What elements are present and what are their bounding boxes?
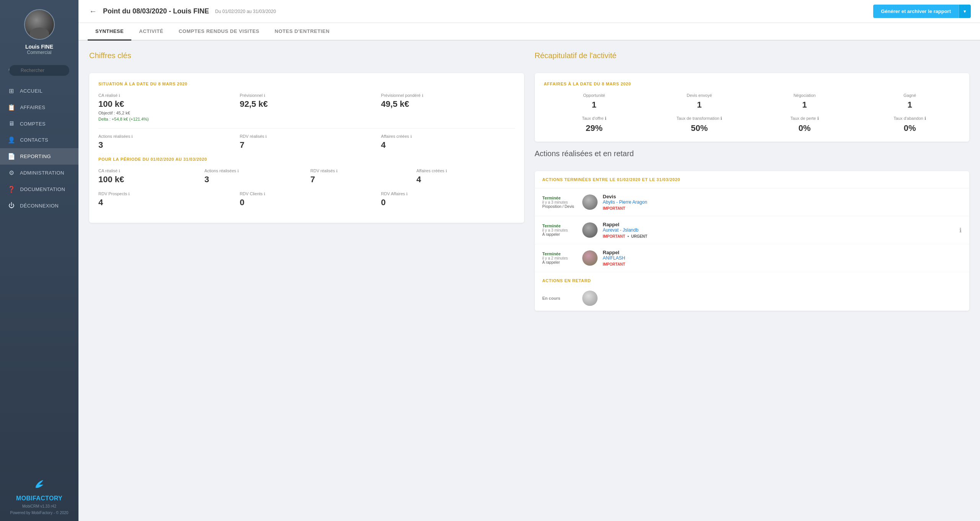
tab-comptes-rendus[interactable]: COMPTES RENDUS DE VISITES (171, 23, 267, 41)
affaires-creees-value: 4 (381, 140, 514, 150)
rdv-prospects-value: 4 (98, 198, 232, 207)
taux-abandon-col: Taux d'abandon ℹ 0% (859, 116, 960, 133)
action-type: Proposition / Devis (542, 204, 577, 209)
tabs-bar: SYNTHESE ACTIVITÉ COMPTES RENDUS DE VISI… (78, 23, 980, 41)
negociation-label: Négociation (754, 93, 855, 98)
period-actions-info-icon[interactable]: ℹ (237, 169, 239, 173)
sidebar: Louis FINE Commercial ⊞ ACCUEIL 📋 AFFAIR… (0, 0, 78, 521)
situation-card: SITUATION À LA DATE DU 8 MARS 2020 CA ré… (89, 73, 524, 223)
period-affaires-info-icon[interactable]: ℹ (446, 169, 447, 173)
period-metrics-row-1: CA réalisé ℹ 100 k€ Actions réalisées ℹ … (98, 168, 515, 185)
rdv-info-icon[interactable]: ℹ (265, 134, 267, 139)
documentation-icon: ❓ (8, 186, 15, 193)
affaires-creees-label: Affaires créées ℹ (381, 134, 514, 139)
taux-perte-info-icon[interactable]: ℹ (817, 116, 819, 121)
rdv-affaires-info-icon[interactable]: ℹ (406, 192, 408, 196)
previsionnel-metric: Prévisionnel ℹ 92,5 k€ (240, 93, 373, 121)
actions-card-header: ACTIONS TERMINÉES ENTRE LE 01/02/2020 ET… (535, 171, 970, 188)
main-header: ← Point du 08/03/2020 - Louis FINE Du 01… (78, 0, 980, 23)
action-status-col: Terminée il y a 3 minutes À rappeler (542, 224, 577, 237)
action-time: il y a 3 minutes (542, 200, 577, 204)
actions-section-title: Actions réalisées et en retard (535, 149, 970, 158)
action-title: Rappel (603, 250, 962, 255)
action-retard-status: En cours (542, 296, 577, 301)
tab-notes[interactable]: NOTES D'ENTRETIEN (267, 23, 337, 41)
action-info-button[interactable]: ℹ (959, 227, 962, 234)
opportunite-label: Opportunité (544, 93, 645, 98)
right-column: Récapitulatif de l'activité AFFAIRES À L… (535, 51, 970, 510)
rdv-clients-label: RDV Clients ℹ (240, 191, 373, 196)
affaires-info-icon[interactable]: ℹ (410, 134, 412, 139)
rdv-prospects-metric: RDV Prospects ℹ 4 (98, 191, 232, 207)
affaires-creees-metric: Affaires créées ℹ 4 (381, 134, 514, 150)
action-row: Terminée il y a 2 minutes À rappeler Rap… (535, 244, 970, 272)
prev-p-info-icon[interactable]: ℹ (422, 93, 423, 98)
taux-abandon-info-icon[interactable]: ℹ (924, 116, 926, 121)
action-retard-row: En cours (535, 286, 970, 311)
action-time: il y a 2 minutes (542, 256, 577, 260)
sidebar-item-reporting[interactable]: 📄 REPORTING (0, 148, 78, 165)
reporting-icon: 📄 (8, 153, 15, 160)
affaires-icon: 📋 (8, 104, 15, 111)
period-rdv-info-icon[interactable]: ℹ (336, 169, 338, 173)
prev-info-icon[interactable]: ℹ (264, 93, 265, 98)
sidebar-item-label: DOCUMENTATION (20, 186, 65, 192)
tag-important: IMPORTANT (603, 206, 626, 211)
rdv-clients-info-icon[interactable]: ℹ (264, 192, 265, 196)
sidebar-item-label: COMPTES (20, 121, 46, 127)
rdv-realises-metric: RDV réalisés ℹ 7 (240, 134, 373, 150)
affaires-card-label: AFFAIRES À LA DATE DU 8 MARS 2020 (544, 82, 960, 86)
sidebar-item-label: DÉCONNEXION (20, 203, 59, 209)
previsionnel-pondere-label: Prévisionnel pondéré ℹ (381, 93, 514, 98)
sidebar-item-administration[interactable]: ⚙ ADMINISTRATION (0, 165, 78, 181)
sidebar-item-accueil[interactable]: ⊞ ACCUEIL (0, 83, 78, 99)
action-status-col: Terminée il y a 2 minutes À rappeler (542, 252, 577, 265)
tag-urgent: URGENT (631, 234, 647, 238)
period-ca-info-icon[interactable]: ℹ (119, 169, 120, 173)
taux-offre-info-icon[interactable]: ℹ (605, 116, 606, 121)
period-rdv-metric: RDV réalisés ℹ 7 (310, 168, 409, 185)
generate-report-button[interactable]: Générer et archiver le rapport (873, 5, 959, 18)
tab-synthese[interactable]: SYNTHESE (88, 23, 131, 41)
back-button[interactable]: ← (88, 5, 98, 17)
generate-report-dropdown-button[interactable]: ▾ (959, 5, 971, 18)
ca-info-icon[interactable]: ℹ (119, 93, 120, 98)
sidebar-item-comptes[interactable]: 🖥 COMPTES (0, 116, 78, 132)
rdv-clients-value: 0 (240, 198, 373, 207)
period-rdv-value: 7 (310, 175, 409, 185)
actions-retard-title: ACTIONS EN RETARD (535, 272, 970, 286)
taux-abandon-label: Taux d'abandon ℹ (859, 116, 960, 121)
devis-envoye-value: 1 (649, 100, 750, 110)
sidebar-item-label: REPORTING (20, 154, 51, 159)
action-status: Terminée (542, 196, 577, 200)
taux-abandon-value: 0% (859, 123, 960, 133)
sidebar-item-affaires[interactable]: 📋 AFFAIRES (0, 99, 78, 116)
action-time: il y a 3 minutes (542, 228, 577, 232)
tab-activite[interactable]: ACTIVITÉ (131, 23, 171, 41)
sidebar-item-deconnexion[interactable]: ⏻ DÉCONNEXION (0, 198, 78, 214)
taux-transfo-col: Taux de transformation ℹ 50% (649, 116, 750, 133)
gagne-value: 1 (859, 100, 960, 110)
search-input[interactable] (9, 65, 69, 76)
period-rdv-label: RDV réalisés ℹ (310, 168, 409, 173)
sidebar-item-label: CONTACTS (20, 137, 48, 143)
sidebar-item-label: ADMINISTRATION (20, 170, 64, 176)
sidebar-item-documentation[interactable]: ❓ DOCUMENTATION (0, 181, 78, 198)
contacts-icon: 👤 (8, 136, 15, 144)
devis-envoye-col: Devis envoyé 1 (649, 93, 750, 110)
taux-transfo-info-icon[interactable]: ℹ (720, 116, 722, 121)
rdv-prospects-info-icon[interactable]: ℹ (128, 192, 130, 196)
actions-card: ACTIONS TERMINÉES ENTRE LE 01/02/2020 ET… (535, 171, 970, 311)
rdv-realises-label: RDV réalisés ℹ (240, 134, 373, 139)
action-title: Rappel (603, 222, 954, 227)
sidebar-item-contacts[interactable]: 👤 CONTACTS (0, 132, 78, 148)
previsionnel-value: 92,5 k€ (240, 99, 373, 109)
search-wrap[interactable] (0, 61, 78, 80)
rdv-clients-metric: RDV Clients ℹ 0 (240, 191, 373, 207)
period-affaires-metric: Affaires créées ℹ 4 (416, 168, 515, 185)
actions-info-icon[interactable]: ℹ (131, 134, 133, 139)
action-status: Terminée (542, 252, 577, 256)
action-avatar (582, 194, 598, 210)
period-affaires-label: Affaires créées ℹ (416, 168, 515, 173)
logo-version: MobiCRM v1.33 r42 (22, 504, 56, 508)
